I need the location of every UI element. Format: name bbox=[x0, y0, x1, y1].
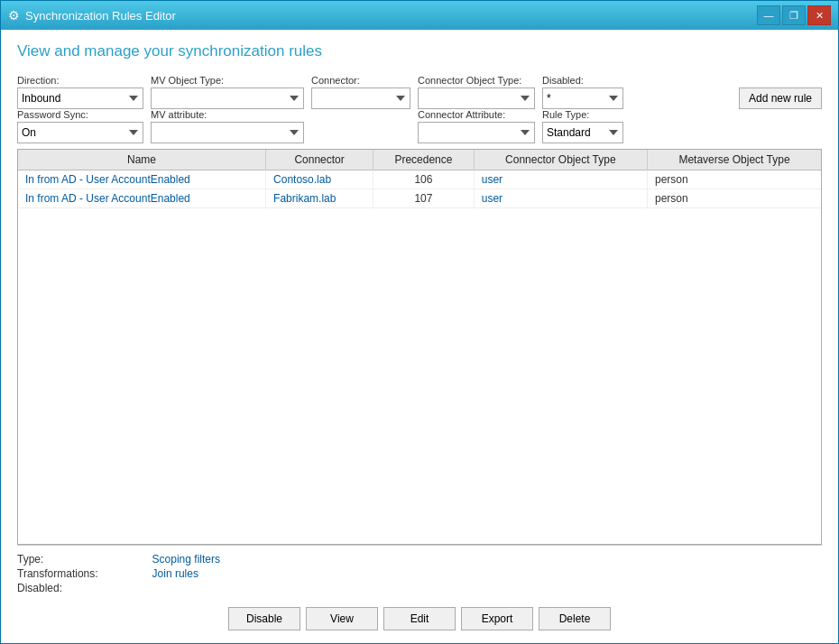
connector-object-type-select[interactable] bbox=[418, 87, 535, 109]
edit-button[interactable]: Edit bbox=[383, 607, 456, 630]
mv-object-type-select[interactable] bbox=[151, 87, 304, 109]
bottom-info: Type: Transformations: Disabled: Scoping… bbox=[17, 553, 822, 602]
minimize-button[interactable]: — bbox=[757, 5, 780, 25]
disabled-info: Disabled: bbox=[17, 582, 98, 594]
disabled-select[interactable]: * Yes No bbox=[542, 87, 623, 109]
rule-type-select[interactable]: Standard Custom bbox=[542, 122, 623, 143]
password-sync-group: Password Sync: On Off bbox=[17, 109, 143, 143]
col-precedence: Precedence bbox=[373, 150, 475, 170]
direction-select[interactable]: Inbound Outbound bbox=[17, 87, 143, 109]
filters-section: Direction: Inbound Outbound MV Object Ty… bbox=[17, 73, 822, 143]
password-sync-select[interactable]: On Off bbox=[17, 122, 143, 143]
connector-object-type-label: Connector Object Type: bbox=[418, 75, 535, 86]
title-bar-left: ⚙ Synchronization Rules Editor bbox=[8, 8, 176, 23]
direction-group: Direction: Inbound Outbound bbox=[17, 75, 143, 109]
mv-attribute-group: MV attribute: bbox=[151, 109, 304, 143]
rules-table: Name Connector Precedence Connector Obje… bbox=[18, 150, 821, 208]
connector-attribute-group: Connector Attribute: bbox=[418, 109, 535, 143]
table-cell-0: In from AD - User AccountEnabled bbox=[18, 189, 266, 208]
disable-button[interactable]: Disable bbox=[228, 607, 300, 630]
title-bar: ⚙ Synchronization Rules Editor — ❐ ✕ bbox=[1, 1, 838, 30]
col-connector: Connector bbox=[266, 150, 373, 170]
mv-attribute-label: MV attribute: bbox=[151, 109, 304, 120]
table-cell-1: Fabrikam.lab bbox=[266, 189, 373, 208]
main-window: ⚙ Synchronization Rules Editor — ❐ ✕ Vie… bbox=[0, 0, 839, 644]
disabled-group: Disabled: * Yes No bbox=[542, 75, 623, 109]
transformations-info: Transformations: bbox=[17, 567, 98, 580]
table-cell-1: Contoso.lab bbox=[266, 170, 373, 189]
export-button[interactable]: Export bbox=[461, 607, 533, 630]
rules-table-container: Name Connector Precedence Connector Obje… bbox=[17, 149, 822, 545]
table-cell-3: user bbox=[474, 170, 647, 189]
table-body: In from AD - User AccountEnabledContoso.… bbox=[18, 170, 821, 208]
col-name: Name bbox=[18, 150, 266, 170]
connector-attribute-label: Connector Attribute: bbox=[418, 109, 535, 120]
scoping-filters-link[interactable]: Scoping filters bbox=[152, 553, 220, 566]
rule-type-label: Rule Type: bbox=[542, 109, 623, 120]
connector-label: Connector: bbox=[311, 75, 410, 86]
mv-object-type-label: MV Object Type: bbox=[151, 75, 304, 86]
col-metaverse-object-type: Metaverse Object Type bbox=[648, 150, 822, 170]
disabled-label: Disabled: bbox=[542, 75, 623, 86]
connector-attribute-select[interactable] bbox=[418, 122, 535, 143]
password-sync-label: Password Sync: bbox=[17, 109, 143, 120]
direction-label: Direction: bbox=[17, 75, 143, 86]
filter-row-1: Direction: Inbound Outbound MV Object Ty… bbox=[17, 73, 822, 109]
table-row[interactable]: In from AD - User AccountEnabledFabrikam… bbox=[18, 189, 821, 208]
table-row[interactable]: In from AD - User AccountEnabledContoso.… bbox=[18, 170, 821, 189]
page-title: View and manage your synchronization rul… bbox=[17, 42, 822, 60]
app-icon: ⚙ bbox=[8, 8, 20, 23]
table-cell-0: In from AD - User AccountEnabled bbox=[18, 170, 266, 189]
connector-object-type-group: Connector Object Type: bbox=[418, 75, 535, 109]
rule-type-group: Rule Type: Standard Custom bbox=[542, 109, 623, 143]
action-buttons-bar: Disable View Edit Export Delete bbox=[17, 602, 822, 634]
table-cell-2: 106 bbox=[373, 170, 475, 189]
bottom-left-info: Type: Transformations: Disabled: bbox=[17, 553, 98, 594]
window-title: Synchronization Rules Editor bbox=[25, 9, 176, 23]
table-cell-4: person bbox=[648, 189, 822, 208]
bottom-right-info: Scoping filters Join rules bbox=[152, 553, 220, 594]
type-info: Type: bbox=[17, 553, 98, 566]
filter-row-2: Password Sync: On Off MV attribute: Conn… bbox=[17, 109, 822, 143]
bottom-panel: Type: Transformations: Disabled: Scoping… bbox=[17, 545, 822, 634]
mv-object-type-group: MV Object Type: bbox=[151, 75, 304, 109]
mv-attribute-select[interactable] bbox=[151, 122, 304, 143]
table-cell-4: person bbox=[648, 170, 822, 189]
connector-select[interactable] bbox=[311, 87, 410, 109]
table-header-row: Name Connector Precedence Connector Obje… bbox=[18, 150, 821, 170]
connector-group: Connector: bbox=[311, 75, 410, 109]
close-button[interactable]: ✕ bbox=[807, 5, 831, 25]
view-button[interactable]: View bbox=[306, 607, 378, 630]
delete-button[interactable]: Delete bbox=[539, 607, 611, 630]
add-new-rule-button[interactable]: Add new rule bbox=[739, 87, 822, 109]
table-cell-3: user bbox=[474, 189, 647, 208]
title-buttons: — ❐ ✕ bbox=[757, 5, 831, 25]
col-connector-object-type: Connector Object Type bbox=[474, 150, 647, 170]
table-cell-2: 107 bbox=[373, 189, 475, 208]
content-area: View and manage your synchronization rul… bbox=[1, 30, 838, 643]
join-rules-link[interactable]: Join rules bbox=[152, 567, 220, 580]
restore-button[interactable]: ❐ bbox=[782, 5, 806, 25]
